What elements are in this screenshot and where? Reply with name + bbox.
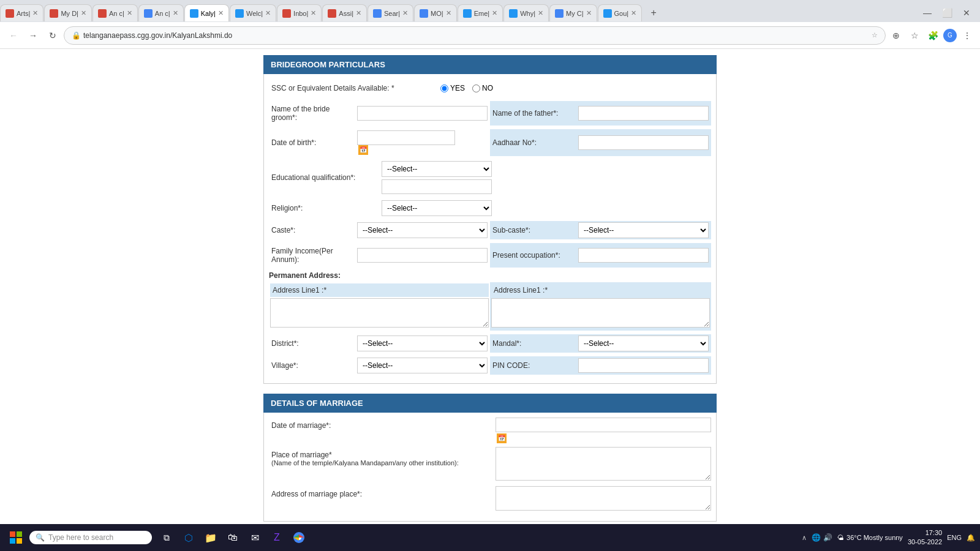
start-button[interactable] <box>5 527 27 549</box>
ssc-yes-radio[interactable] <box>440 84 448 92</box>
nav-icons: ⊕ ☆ 🧩 G ⋮ <box>888 28 975 43</box>
restore-button[interactable]: ⬜ <box>938 4 956 21</box>
tab-close-9[interactable]: ✕ <box>402 9 408 17</box>
aadhaar-col: Aadhaar No*: <box>490 129 711 156</box>
marriage-date-calendar-icon[interactable]: 📅 <box>497 433 507 443</box>
caste-select[interactable]: --Select-- <box>357 222 488 238</box>
tab-close-6[interactable]: ✕ <box>265 9 271 17</box>
groom-name-label: Name of the bride groom*: <box>269 101 355 126</box>
tab-close-2[interactable]: ✕ <box>81 9 86 17</box>
zoom-button[interactable]: ⊕ <box>888 28 904 43</box>
tab-close-4[interactable]: ✕ <box>173 9 178 17</box>
pincode-field <box>576 356 711 375</box>
address-bar[interactable]: 🔒 telanganaepass.cgg.gov.in/KalyanLakshm… <box>64 26 886 45</box>
back-button[interactable]: ← <box>5 27 22 44</box>
reload-button[interactable]: ↻ <box>44 27 61 44</box>
tab-14[interactable]: Gou| ✕ <box>598 4 643 21</box>
addr1-label: Address Line1 :* <box>270 283 489 297</box>
tab-4[interactable]: An c| ✕ <box>138 4 184 21</box>
tab-close-5[interactable]: ✕ <box>218 9 224 17</box>
tab-close-3[interactable]: ✕ <box>127 9 132 17</box>
close-button[interactable]: ✕ <box>958 4 975 21</box>
chrome-button[interactable] <box>289 528 309 547</box>
mail-button[interactable]: ✉ <box>245 528 265 547</box>
tab-5[interactable]: Kaly| ✕ <box>184 4 229 21</box>
addr2-label: Address Line1 :* <box>491 283 710 297</box>
mandal-select[interactable]: --Select-- <box>578 335 709 351</box>
dob-input[interactable] <box>357 130 455 145</box>
name-row: Name of the bride groom*: Name of the fa… <box>269 101 711 126</box>
forward-button[interactable]: → <box>24 27 42 44</box>
tab-1[interactable]: Arts| ✕ <box>0 4 43 21</box>
edge-button[interactable]: ⬡ <box>179 528 198 547</box>
dob-field: 📅 <box>355 129 490 156</box>
marriage-date-input[interactable] <box>496 418 711 432</box>
edu-extra-input[interactable] <box>382 179 492 194</box>
clock-widget[interactable]: 17:30 30-05-2022 <box>908 528 942 547</box>
svg-rect-0 <box>10 531 15 537</box>
menu-button[interactable]: ⋮ <box>959 28 975 43</box>
tab-close-12[interactable]: ✕ <box>538 9 543 17</box>
tab-9[interactable]: Sear| ✕ <box>368 4 413 21</box>
profile-button[interactable]: G <box>943 29 957 42</box>
tab-close-13[interactable]: ✕ <box>586 9 592 17</box>
father-name-input[interactable] <box>578 106 709 121</box>
district-select[interactable]: --Select-- <box>357 335 488 351</box>
ssc-no-radio[interactable] <box>472 84 480 92</box>
ssc-yes-label[interactable]: YES <box>440 84 465 92</box>
addr1-textarea[interactable] <box>270 298 489 328</box>
chrome-logo-icon <box>293 532 304 543</box>
weather-widget[interactable]: 🌤 36°C Mostly sunny <box>837 534 903 541</box>
page-scroll-area[interactable]: BRIDEGROOM PARTICULARS SSC or Equivalent… <box>0 49 980 551</box>
tab-close-7[interactable]: ✕ <box>311 9 316 17</box>
tab-8[interactable]: Assi| ✕ <box>322 4 367 21</box>
tab-11[interactable]: Eme| ✕ <box>458 4 503 21</box>
groom-name-input[interactable] <box>357 106 488 121</box>
subcaste-select[interactable]: --Select-- <box>578 222 709 238</box>
tab-close-8[interactable]: ✕ <box>356 9 361 17</box>
extension-button[interactable]: 🧩 <box>925 28 941 43</box>
minimize-button[interactable]: — <box>919 4 936 21</box>
ssc-no-label[interactable]: NO <box>472 84 493 92</box>
tab-7[interactable]: Inbo| ✕ <box>277 4 322 21</box>
bookmark-star[interactable]: ☆ <box>872 31 878 39</box>
new-tab-button[interactable]: + <box>645 4 662 21</box>
pincode-input[interactable] <box>578 358 709 373</box>
doc-icon-10 <box>420 9 428 18</box>
tab-13[interactable]: My C| ✕ <box>549 4 597 21</box>
occupation-input[interactable] <box>578 248 709 263</box>
marriage-address-textarea[interactable] <box>496 486 711 511</box>
village-field: --Select-- <box>355 356 490 375</box>
store-button[interactable]: 🛍 <box>223 528 243 547</box>
addr2-textarea[interactable] <box>491 298 710 328</box>
task-view-button[interactable]: ⧉ <box>157 528 176 547</box>
edu-select[interactable]: --Select-- <box>382 161 492 177</box>
star-button[interactable]: ☆ <box>907 28 922 43</box>
explorer-button[interactable]: 📁 <box>201 528 221 547</box>
religion-select[interactable]: --Select-- <box>382 200 492 216</box>
tab-6[interactable]: Welc| ✕ <box>230 4 276 21</box>
marriage-place-textarea[interactable] <box>496 447 711 481</box>
tab-close-11[interactable]: ✕ <box>492 9 497 17</box>
tab-12[interactable]: Why| ✕ <box>503 4 549 21</box>
subcaste-field: --Select-- <box>576 221 711 239</box>
taskbar-search-box[interactable]: 🔍 Type here to search <box>29 531 152 544</box>
occupation-field <box>576 243 711 268</box>
income-input[interactable] <box>357 248 488 263</box>
tab-close-14[interactable]: ✕ <box>631 9 636 17</box>
tray-expand-icon[interactable]: ∧ <box>802 534 807 542</box>
tab-2[interactable]: My D| ✕ <box>44 4 92 21</box>
app6-button[interactable]: Z <box>267 528 287 547</box>
form-container: BRIDEGROOM PARTICULARS SSC or Equivalent… <box>263 49 717 538</box>
tab-10[interactable]: MO| ✕ <box>414 4 457 21</box>
tab-3[interactable]: An c| ✕ <box>92 4 138 21</box>
tab-close-1[interactable]: ✕ <box>32 9 38 17</box>
tab-close-10[interactable]: ✕ <box>446 9 451 17</box>
district-label: District*: <box>269 334 355 353</box>
mandal-field: --Select-- <box>576 334 711 353</box>
dob-calendar-icon[interactable]: 📅 <box>358 145 368 155</box>
aadhaar-input[interactable] <box>578 135 709 150</box>
notification-button[interactable]: 🔔 <box>967 534 975 542</box>
aadhaar-label: Aadhaar No*: <box>490 129 576 156</box>
village-select[interactable]: --Select-- <box>357 358 488 373</box>
